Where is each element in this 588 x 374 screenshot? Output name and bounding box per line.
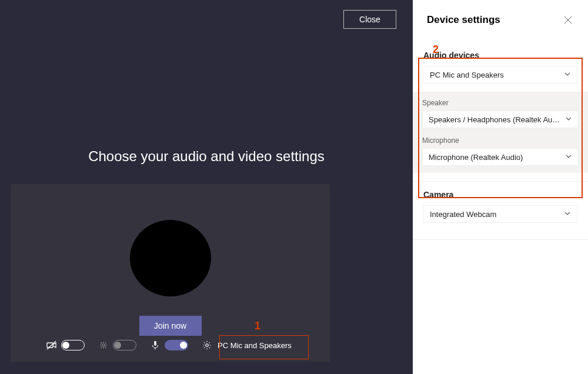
svg-point-6 <box>105 345 106 346</box>
svg-line-1 <box>47 341 56 349</box>
close-settings-button[interactable] <box>562 14 574 26</box>
microphone-value: Microphone (Realtek Audio) <box>429 153 523 162</box>
video-preview-card: Join now <box>11 184 330 362</box>
speaker-mic-block: Speaker Speakers / Headphones (Realtek A… <box>413 92 588 173</box>
svg-point-4 <box>105 342 106 343</box>
svg-point-10 <box>102 344 105 346</box>
microphone-label: Microphone <box>422 136 579 145</box>
close-button[interactable]: Close <box>343 10 396 29</box>
avatar-placeholder <box>130 220 211 296</box>
mic-toggle[interactable] <box>165 340 188 350</box>
speaker-section: Speaker Speakers / Headphones (Realtek A… <box>422 99 579 128</box>
controls-row: PC Mic and Speakers <box>11 333 330 357</box>
svg-point-3 <box>103 342 104 343</box>
microphone-icon <box>149 339 161 351</box>
camera-label: Camera <box>423 190 577 199</box>
annotation-marker-1: 1 <box>255 320 260 332</box>
svg-point-8 <box>103 347 104 348</box>
device-settings-button[interactable]: PC Mic and Speakers <box>201 339 292 351</box>
section-divider <box>413 239 588 240</box>
device-settings-panel: Device settings 2 Audio devices PC Mic a… <box>413 0 588 374</box>
speaker-value: Speakers / Headphones (Realtek Aud… <box>429 115 562 124</box>
audio-devices-section: Audio devices PC Mic and Speakers <box>413 42 588 92</box>
device-settings-label: PC Mic and Speakers <box>218 341 292 350</box>
background-control <box>98 339 136 351</box>
svg-point-2 <box>101 342 102 343</box>
chevron-down-icon <box>564 71 571 79</box>
microphone-section: Microphone Microphone (Realtek Audio) <box>422 136 579 166</box>
audio-devices-select[interactable]: PC Mic and Speakers <box>423 66 577 84</box>
camera-value: Integrated Webcam <box>430 210 496 219</box>
speaker-label: Speaker <box>422 99 579 107</box>
chevron-down-icon <box>564 210 571 219</box>
join-now-button[interactable]: Join now <box>139 316 202 336</box>
svg-point-7 <box>101 347 102 348</box>
camera-section: Camera Integrated Webcam <box>413 181 588 231</box>
chevron-down-icon <box>565 153 572 162</box>
audio-devices-value: PC Mic and Speakers <box>430 71 504 79</box>
camera-select[interactable]: Integrated Webcam <box>423 205 577 223</box>
close-icon <box>564 16 572 24</box>
background-blur-icon <box>98 339 109 351</box>
camera-toggle[interactable] <box>61 340 85 350</box>
device-settings-title: Device settings <box>427 14 500 26</box>
mic-control <box>149 339 188 351</box>
speaker-select[interactable]: Speakers / Headphones (Realtek Aud… <box>422 111 579 128</box>
prejoin-panel: Close Choose your audio and video settin… <box>0 0 413 374</box>
svg-point-13 <box>206 344 209 347</box>
svg-rect-11 <box>154 341 156 346</box>
audio-devices-label: Audio devices <box>423 51 577 60</box>
gear-icon <box>201 339 213 351</box>
svg-point-5 <box>100 345 101 346</box>
device-settings-header: Device settings <box>413 14 588 26</box>
chevron-down-icon <box>565 115 572 124</box>
background-toggle[interactable] <box>113 340 136 350</box>
prejoin-heading: Choose your audio and video settings <box>0 148 413 165</box>
microphone-select[interactable]: Microphone (Realtek Audio) <box>422 148 579 166</box>
camera-off-icon <box>46 339 58 351</box>
camera-control <box>46 339 85 351</box>
svg-point-9 <box>105 347 106 348</box>
